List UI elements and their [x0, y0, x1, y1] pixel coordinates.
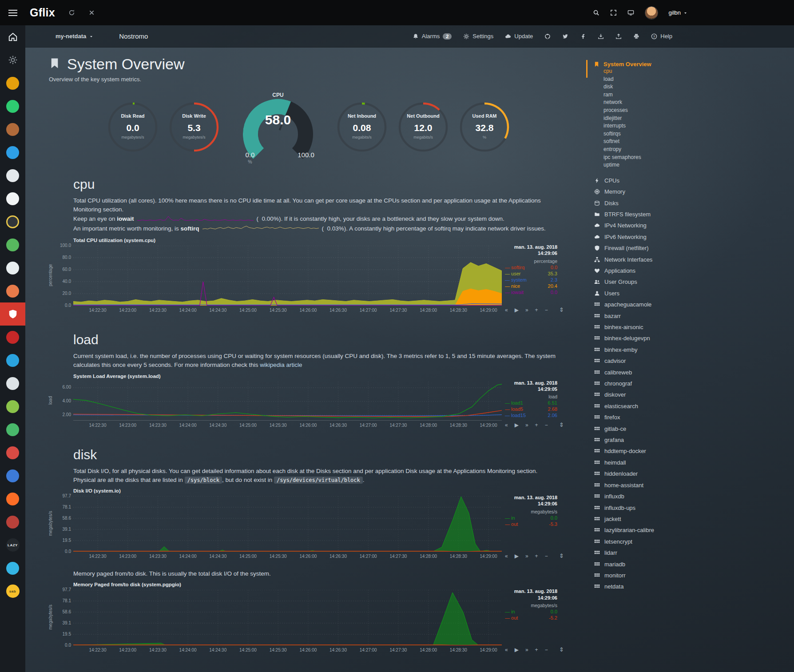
settings-button[interactable]: Settings [463, 33, 493, 40]
menu-app-monitorr[interactable]: monitorr [594, 570, 711, 581]
sidebar-app-12[interactable] [0, 279, 25, 302]
legend-row-out[interactable]: — out-5.2 [505, 615, 557, 620]
disk-io-chart[interactable]: Disk I/O (system.io)97.778.158.639.119.5… [73, 488, 577, 568]
sidebar-app-15[interactable] [0, 349, 25, 372]
menu-app-influxdb-ups[interactable]: influxdb-ups [594, 502, 711, 513]
menu-app-hiddenloader[interactable]: hiddenloader [594, 468, 711, 479]
menu-item-ipc-semaphores[interactable]: ipc semaphores [594, 154, 711, 162]
chart-pan-backward-button[interactable]: « [505, 647, 508, 653]
github-button[interactable] [544, 33, 551, 40]
chart-pan-forward-button[interactable]: » [525, 647, 528, 653]
chart-zoom-in-button[interactable]: + [535, 647, 538, 653]
search-icon[interactable] [593, 9, 599, 16]
sidebar-app-16[interactable] [0, 372, 25, 395]
sidebar-app-17[interactable] [0, 395, 25, 418]
menu-section-cpus[interactable]: CPUs [594, 175, 711, 186]
chart-zoom-out-button[interactable]: − [545, 553, 548, 559]
menu-app-lazylibrarian-calibre[interactable]: lazylibrarian-calibre [594, 525, 711, 536]
refresh-tab-icon[interactable] [68, 9, 75, 16]
sidebar-app-21[interactable] [0, 487, 25, 510]
chart-pan-backward-button[interactable]: « [505, 422, 508, 428]
menu-item-processes[interactable]: processes [594, 107, 711, 115]
facebook-button[interactable] [580, 33, 586, 40]
menu-app-lidarr[interactable]: lidarr [594, 547, 711, 558]
wikipedia-link[interactable]: wikipedia article [260, 362, 302, 368]
gauge-disk-write[interactable]: Disk Write5.3megabytes/s [168, 101, 220, 155]
chart-plot-area[interactable] [73, 496, 502, 552]
chart-zoom-in-button[interactable]: + [535, 553, 538, 559]
menu-section-applications[interactable]: Applications [594, 265, 711, 276]
menu-app-chronograf[interactable]: chronograf [594, 378, 711, 389]
gauge-used-ram[interactable]: Used RAM32.8% [458, 101, 511, 155]
menu-section-disks[interactable]: Disks [594, 198, 711, 209]
menu-app-apacheguacamole[interactable]: apacheguacamole [594, 299, 711, 310]
registry-selector[interactable]: my-netdata [56, 33, 93, 40]
menu-section-ipv6-networking[interactable]: IPv6 Networking [594, 231, 711, 243]
chart-zoom-out-button[interactable]: − [545, 307, 548, 313]
sidebar-app-13[interactable] [0, 302, 25, 326]
chart-pan-forward-button[interactable]: » [525, 307, 528, 313]
menu-app-cadvisor[interactable]: cadvisor [594, 355, 711, 366]
menu-app-bazarr[interactable]: bazarr [594, 310, 711, 322]
user-menu[interactable]: gilbn [669, 9, 687, 16]
sidebar-app-24[interactable] [0, 557, 25, 580]
chart-play-button[interactable]: ▶ [515, 647, 519, 653]
twitter-button[interactable] [562, 33, 568, 40]
menu-app-influxdb[interactable]: influxdb [594, 491, 711, 502]
chart-resize-handle[interactable]: ⇕ [559, 421, 564, 428]
legend-row-softirq[interactable]: — softirq0.0 [505, 265, 557, 270]
sidebar-app-14[interactable] [0, 326, 25, 349]
menu-item-network[interactable]: network [594, 99, 711, 107]
legend-row-user[interactable]: — user35.3 [505, 271, 557, 276]
chart-pan-forward-button[interactable]: » [525, 553, 528, 559]
menu-app-home-assistant[interactable]: home-assistant [594, 480, 711, 491]
update-button[interactable]: Update [505, 33, 533, 40]
menu-item-system-overview[interactable]: System Overview [594, 61, 711, 68]
menu-app-binhex-delugevpn[interactable]: binhex-delugevpn [594, 333, 711, 344]
menu-item-softirqs[interactable]: softirqs [594, 130, 711, 138]
sidebar-app-20[interactable] [0, 464, 25, 487]
chart-plot-area[interactable] [73, 382, 502, 421]
menu-app-binhex-airsonic[interactable]: binhex-airsonic [594, 322, 711, 333]
chart-resize-handle[interactable]: ⇕ [559, 553, 564, 559]
legend-row-load1[interactable]: — load16.51 [505, 400, 557, 406]
sidebar-app-2[interactable] [0, 48, 25, 72]
chart-play-button[interactable]: ▶ [515, 422, 519, 428]
chart-resize-handle[interactable]: ⇕ [559, 306, 564, 313]
load-average-chart[interactable]: System Load Average (system.load)6.004.0… [73, 374, 577, 437]
sidebar-app-22[interactable] [0, 510, 25, 533]
sidebar-app-4[interactable] [0, 95, 25, 118]
menu-section-memory[interactable]: Memory [594, 186, 711, 197]
chart-zoom-out-button[interactable]: − [545, 422, 548, 428]
sidebar-app-19[interactable] [0, 441, 25, 464]
chart-pan-backward-button[interactable]: « [505, 553, 508, 559]
menu-section-users[interactable]: Users [594, 288, 711, 299]
legend-row-out[interactable]: — out-5.3 [505, 521, 557, 527]
sidebar-app-18[interactable] [0, 418, 25, 441]
menu-item-disk[interactable]: disk [594, 83, 711, 91]
chart-zoom-out-button[interactable]: − [545, 647, 548, 653]
sidebar-app-1[interactable] [0, 25, 25, 48]
menu-app-gitlab-ce[interactable]: gitlab-ce [594, 423, 711, 434]
chart-plot-area[interactable] [73, 246, 502, 306]
menu-app-firefox[interactable]: firefox [594, 412, 711, 423]
sidebar-app-23[interactable]: LAZY [0, 533, 25, 557]
gauge-net-inbound[interactable]: Net Inbound0.08megabits/s [336, 101, 388, 155]
menu-section-ipv4-networking[interactable]: IPv4 Networking [594, 220, 711, 231]
legend-row-iowait[interactable]: — iowait0.0 [505, 290, 557, 295]
hamburger-menu-button[interactable] [0, 0, 25, 25]
cpu-utilization-chart[interactable]: Total CPU utilization (system.cpu)100.08… [73, 238, 577, 322]
memory-paged-chart[interactable]: Memory Paged from/to disk (system.pgpgio… [73, 582, 577, 661]
legend-row-load5[interactable]: — load52.68 [505, 406, 557, 412]
fullscreen-icon[interactable] [610, 9, 617, 16]
menu-app-hddtemp-docker[interactable]: hddtemp-docker [594, 445, 711, 457]
legend-row-nice[interactable]: — nice20.4 [505, 283, 557, 289]
menu-item-ram[interactable]: ram [594, 91, 711, 99]
menu-app-elasticsearch[interactable]: elasticsearch [594, 401, 711, 412]
menu-app-mariadb[interactable]: mariadb [594, 559, 711, 570]
sidebar-app-3[interactable] [0, 72, 25, 95]
print-button[interactable] [633, 33, 639, 40]
sidebar-app-8[interactable] [0, 187, 25, 210]
legend-row-load15[interactable]: — load152.06 [505, 413, 557, 418]
chart-play-button[interactable]: ▶ [515, 307, 519, 313]
